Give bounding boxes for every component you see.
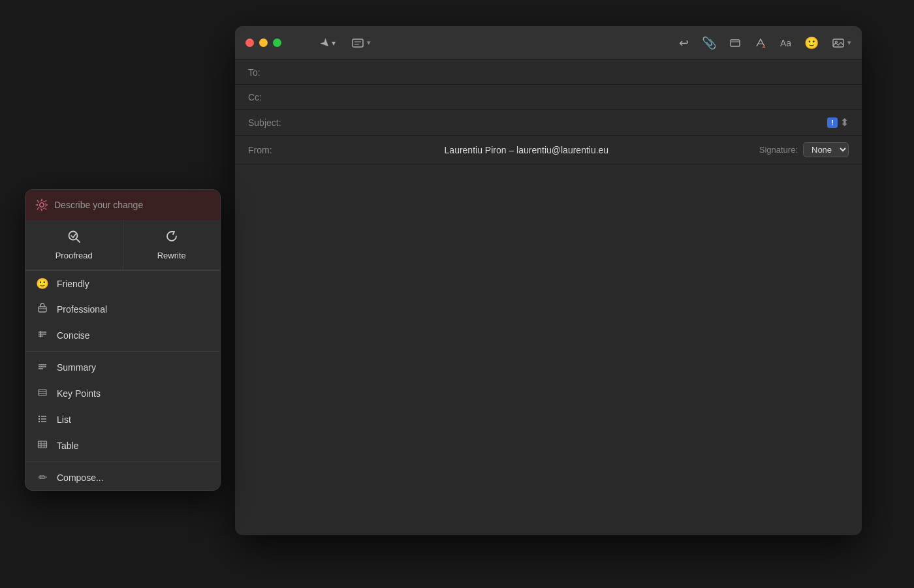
subject-label: Subject: xyxy=(248,117,294,128)
concise-label: Concise xyxy=(57,330,90,341)
emoji-icon[interactable]: 🙂 xyxy=(804,36,819,50)
photo-icon[interactable]: ▾ xyxy=(832,37,851,50)
ai-input-placeholder[interactable]: Describe your change xyxy=(54,200,211,210)
font-icon[interactable]: Aa xyxy=(780,38,791,48)
professional-icon xyxy=(36,303,49,316)
from-label: From: xyxy=(248,145,294,155)
mail-window: ➤ ▾ ▾ ↩ 📎 xyxy=(235,26,862,535)
friendly-item[interactable]: 🙂 Friendly xyxy=(25,271,220,296)
from-value: Laurentiu Piron – laurentiu@laurentiu.eu xyxy=(445,145,609,155)
subject-input[interactable] xyxy=(294,117,827,128)
from-field-row: From: Laurentiu Piron – laurentiu@lauren… xyxy=(235,136,862,164)
professional-item[interactable]: Professional xyxy=(25,296,220,322)
svg-point-29 xyxy=(39,416,40,417)
to-label: To: xyxy=(248,67,294,78)
compose-format-icon[interactable]: ▾ xyxy=(351,37,371,50)
ai-gear-icon xyxy=(35,198,49,212)
key-points-item[interactable]: Key Points xyxy=(25,380,220,407)
proofread-button[interactable]: Proofread xyxy=(25,220,123,270)
collapse-handle[interactable]: › xyxy=(220,330,221,350)
svg-point-8 xyxy=(40,203,44,207)
concise-item[interactable]: Concise xyxy=(25,322,220,348)
concise-icon xyxy=(36,329,49,342)
to-input[interactable] xyxy=(294,67,849,78)
compose-toolbar: ➤ ▾ ▾ xyxy=(294,36,679,50)
ai-actions: Proofread Rewrite xyxy=(25,220,220,270)
reply-icon[interactable]: ↩ xyxy=(679,36,689,50)
format-divider xyxy=(25,351,220,352)
toolbar-icons: ↩ 📎 Aa 🙂 xyxy=(679,36,851,50)
summary-icon xyxy=(36,361,49,374)
maximize-button[interactable] xyxy=(273,39,281,47)
attach-icon[interactable]: 📎 xyxy=(702,36,716,50)
table-icon xyxy=(36,439,49,452)
list-label: List xyxy=(57,414,71,425)
cc-field-row: Cc: xyxy=(235,85,862,110)
ai-panel: Describe your change Proofread Re xyxy=(25,189,221,491)
traffic-lights xyxy=(245,39,281,47)
summary-item[interactable]: Summary xyxy=(25,354,220,380)
window-icon[interactable] xyxy=(729,37,741,49)
rewrite-label: Rewrite xyxy=(157,251,186,260)
compose-divider xyxy=(25,461,220,462)
svg-point-31 xyxy=(39,421,40,422)
svg-line-13 xyxy=(73,234,76,238)
svg-line-11 xyxy=(76,239,80,242)
key-points-icon xyxy=(36,387,49,400)
signature-select[interactable]: None xyxy=(803,142,849,157)
priority-badge: ! xyxy=(827,117,838,128)
key-points-label: Key Points xyxy=(57,388,101,399)
send-icon[interactable]: ➤ xyxy=(317,34,334,51)
send-button-group[interactable]: ➤ ▾ xyxy=(321,36,336,50)
rewrite-button[interactable]: Rewrite xyxy=(123,220,221,270)
mail-body[interactable] xyxy=(235,164,862,491)
svg-point-9 xyxy=(38,201,46,209)
professional-label: Professional xyxy=(57,304,107,315)
svg-rect-3 xyxy=(731,40,740,46)
signature-label: Signature: xyxy=(759,145,798,155)
cc-label: Cc: xyxy=(248,92,294,102)
to-field-row: To: xyxy=(235,60,862,85)
mail-fields: To: Cc: Subject: ! ⬍ From: Laurentiu Pir… xyxy=(235,60,862,164)
minimize-button[interactable] xyxy=(259,39,268,47)
spelling-icon[interactable] xyxy=(754,37,767,50)
compose-label: Compose... xyxy=(57,472,104,483)
table-label: Table xyxy=(57,441,78,451)
proofread-label: Proofread xyxy=(55,251,93,260)
compose-item[interactable]: ✏ Compose... xyxy=(25,465,220,490)
mail-titlebar: ➤ ▾ ▾ ↩ 📎 xyxy=(235,26,862,60)
svg-rect-14 xyxy=(39,307,46,312)
proofread-icon xyxy=(67,229,81,247)
ai-panel-header: Describe your change xyxy=(25,190,220,220)
rewrite-icon xyxy=(165,229,179,247)
summary-label: Summary xyxy=(57,362,96,373)
friendly-icon: 🙂 xyxy=(36,277,49,290)
close-button[interactable] xyxy=(245,39,254,47)
cc-input[interactable] xyxy=(294,92,849,102)
list-item[interactable]: List xyxy=(25,407,220,433)
table-item[interactable]: Table xyxy=(25,433,220,459)
svg-rect-35 xyxy=(39,441,47,448)
friendly-label: Friendly xyxy=(57,279,89,289)
subject-field-row: Subject: ! ⬍ xyxy=(235,110,862,136)
svg-rect-0 xyxy=(353,39,363,47)
subject-stepper[interactable]: ⬍ xyxy=(840,116,849,129)
signature-group: Signature: None xyxy=(759,142,849,157)
list-icon xyxy=(36,413,49,426)
compose-icon: ✏ xyxy=(36,471,49,484)
svg-point-30 xyxy=(39,418,40,420)
